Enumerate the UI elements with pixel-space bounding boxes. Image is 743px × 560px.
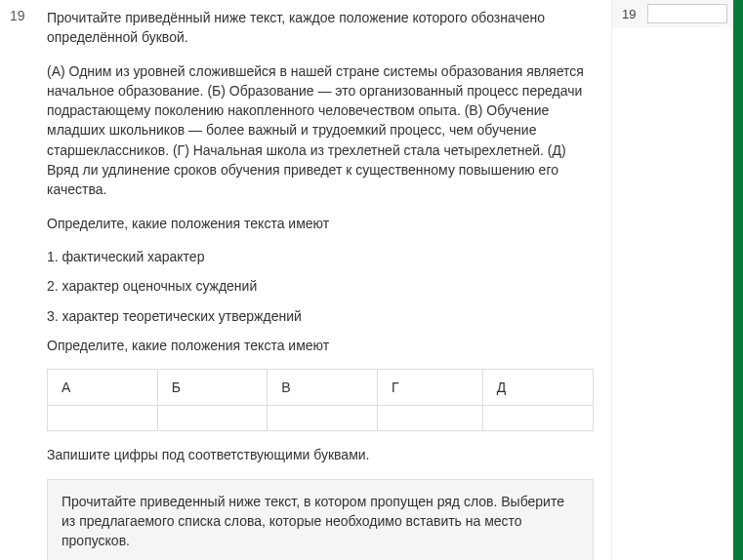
right-edge-bar xyxy=(733,0,743,560)
answer-number: 19 xyxy=(622,7,640,21)
table-header-v: В xyxy=(268,370,378,406)
table-header-d: Д xyxy=(482,370,593,406)
table-cell[interactable] xyxy=(378,406,483,431)
question-prompt: Определите, какие положения текста имеют xyxy=(47,214,594,233)
question-number: 19 xyxy=(10,8,25,23)
table-cell[interactable] xyxy=(268,406,378,431)
table-cell[interactable] xyxy=(48,406,158,431)
question-content: 19 Прочитайте приведённый ниже текст, ка… xyxy=(0,0,611,560)
answer-table: А Б В Г Д xyxy=(47,369,594,431)
table-header-g: Г xyxy=(378,370,483,406)
next-instruction-box: Прочитайте приведенный ниже текст, в кот… xyxy=(47,479,594,560)
answer-row: 19 xyxy=(612,0,733,27)
answer-sidebar: 19 xyxy=(611,0,733,560)
question-passage: (А) Одним из уровней сложившейся в нашей… xyxy=(47,61,594,200)
answer-input[interactable] xyxy=(647,4,727,23)
table-cell[interactable] xyxy=(157,406,267,431)
question-footer: Запишите цифры под соответствующими букв… xyxy=(47,445,594,464)
table-header-b: Б xyxy=(157,370,267,406)
question-intro: Прочитайте приведённый ниже текст, каждо… xyxy=(47,8,594,48)
next-instruction-text: Прочитайте приведенный ниже текст, в кот… xyxy=(62,494,564,549)
option-2: 2. характер оценочных суждений xyxy=(47,276,594,296)
option-1: 1. фактический характер xyxy=(47,247,594,266)
option-3: 3. характер теоретических утверждений xyxy=(47,306,594,326)
question-prompt-repeat: Определите, какие положения текста имеют xyxy=(47,336,594,355)
table-header-a: А xyxy=(48,370,158,406)
table-cell[interactable] xyxy=(482,406,593,431)
